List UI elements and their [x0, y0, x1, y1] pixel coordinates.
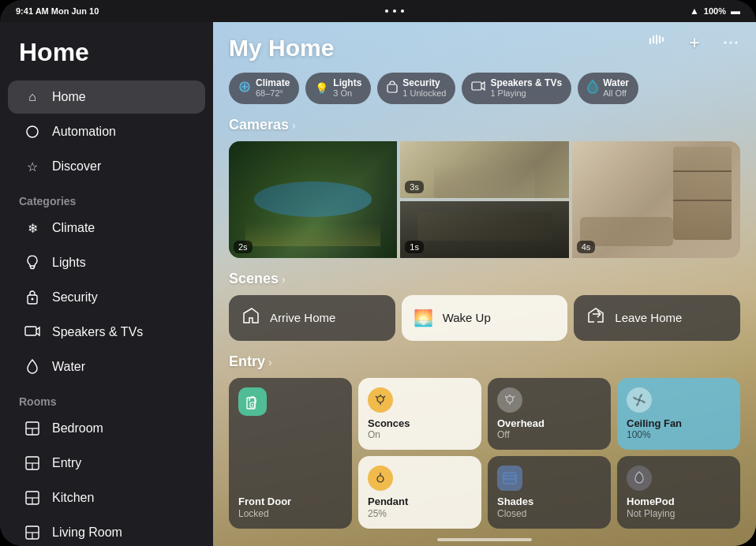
camera-feed-2[interactable]: 3s	[400, 141, 568, 198]
main-content: + My Home	[213, 22, 756, 546]
sidebar-item-lights[interactable]: Lights	[8, 246, 205, 279]
kitchen-icon	[24, 489, 41, 507]
lights-chip-icon: 💡	[315, 82, 328, 95]
camera-feed-4[interactable]: 4s	[572, 141, 740, 258]
chip-water[interactable]: Water All Off	[578, 73, 638, 104]
climate-chip-text: Climate 68–72°	[256, 77, 290, 99]
chip-lights[interactable]: 💡 Lights 3 On	[305, 73, 371, 104]
sidebar-item-entry[interactable]: Entry	[8, 447, 205, 480]
status-chips: Climate 68–72° 💡 Lights 3 On	[229, 73, 740, 104]
arrive-home-label: Arrive Home	[270, 311, 335, 324]
cam1-timer: 2s	[234, 241, 253, 253]
entry-grid: Front Door Locked Scon	[229, 378, 740, 529]
device-ceiling-fan[interactable]: Ceiling Fan 100%	[617, 378, 740, 451]
sidebar-item-discover-label: Discover	[52, 159, 101, 174]
automation-icon	[24, 123, 41, 140]
ceiling-fan-text: Ceiling Fan 100%	[627, 417, 731, 441]
overhead-name: Overhead	[497, 417, 601, 430]
sidebar-item-water-label: Water	[52, 360, 85, 374]
sidebar-item-living-room-label: Living Room	[52, 525, 122, 540]
sidebar-item-automation[interactable]: Automation	[8, 115, 205, 148]
svg-point-23	[735, 42, 738, 44]
svg-point-22	[730, 42, 732, 44]
sidebar-item-speakers-tvs[interactable]: Speakers & TVs	[8, 316, 205, 349]
scene-arrive-home[interactable]: Arrive Home	[229, 295, 395, 341]
cameras-grid: 2s 3s 1s	[229, 141, 740, 258]
sidebar-item-climate[interactable]: ❄ Climate	[8, 211, 205, 245]
shades-status: Closed	[497, 508, 601, 519]
water-chip-icon	[587, 80, 598, 96]
device-overhead[interactable]: Overhead Off	[488, 378, 611, 451]
device-sconces[interactable]: Sconces On	[358, 378, 481, 451]
ceiling-fan-icon	[627, 387, 652, 413]
front-door-icon	[238, 387, 267, 416]
chip-security[interactable]: Security 1 Unlocked	[377, 73, 455, 104]
security-chip-name: Security	[402, 77, 446, 88]
device-front-door[interactable]: Front Door Locked	[229, 378, 352, 529]
overhead-text: Overhead Off	[497, 417, 601, 441]
home-icon: ⌂	[24, 88, 41, 106]
security-chip-icon	[387, 80, 398, 95]
sidebar-item-security-label: Security	[52, 290, 98, 305]
rooms-header: Rooms	[0, 384, 213, 411]
homepod-icon	[627, 466, 652, 491]
bedroom-icon	[24, 420, 41, 437]
dot2	[393, 9, 396, 13]
device-homepod[interactable]: HomePod Not Playing	[617, 456, 740, 529]
scenes-section-header[interactable]: Scenes ›	[229, 271, 740, 287]
chip-speakers[interactable]: Speakers & TVs 1 Playing	[462, 73, 571, 104]
device-pendant[interactable]: Pendant 25%	[358, 456, 481, 529]
speakers-chip-value: 1 Playing	[490, 88, 562, 99]
sidebar-item-water[interactable]: Water	[8, 350, 205, 383]
svg-rect-18	[659, 36, 661, 43]
svg-rect-19	[662, 37, 664, 42]
cameras-section-header[interactable]: Cameras ›	[229, 117, 740, 133]
sidebar-item-bedroom[interactable]: Bedroom	[8, 412, 205, 445]
sidebar-item-kitchen[interactable]: Kitchen	[8, 481, 205, 514]
main-inner: My Home Climate 68–72°	[213, 22, 756, 546]
speakers-chip-text: Speakers & TVs 1 Playing	[490, 77, 562, 99]
climate-chip-value: 68–72°	[256, 88, 290, 99]
climate-chip-icon	[238, 80, 251, 95]
chip-climate[interactable]: Climate 68–72°	[229, 73, 299, 104]
shades-name: Shades	[497, 496, 601, 508]
svg-rect-25	[472, 82, 481, 90]
camera-feed-3[interactable]: 1s	[400, 201, 568, 258]
scene-wake-up[interactable]: 🌅 Wake Up	[402, 295, 568, 341]
svg-point-2	[32, 298, 34, 301]
svg-point-21	[724, 42, 727, 44]
pendant-icon	[368, 466, 393, 491]
svg-point-32	[377, 476, 384, 482]
scene-leave-home[interactable]: Leave Home	[574, 295, 740, 341]
cam4-overlay	[572, 141, 740, 258]
water-chip-value: All Off	[603, 88, 629, 99]
wake-up-icon: 🌅	[413, 309, 435, 327]
wifi-icon: ▲	[690, 6, 699, 17]
voice-button[interactable]	[646, 30, 671, 55]
sidebar-item-living-room[interactable]: Living Room	[8, 516, 205, 546]
sidebar-item-kitchen-label: Kitchen	[52, 491, 94, 505]
add-button[interactable]: +	[682, 30, 707, 55]
climate-chip-name: Climate	[256, 77, 290, 88]
water-icon	[24, 358, 41, 376]
pendant-status: 25%	[368, 508, 472, 519]
wake-up-label: Wake Up	[443, 311, 491, 324]
arrive-home-icon	[240, 306, 262, 330]
ceiling-fan-name: Ceiling Fan	[627, 417, 731, 430]
sidebar-item-discover[interactable]: ☆ Discover	[8, 150, 205, 183]
sconces-status: On	[368, 429, 472, 440]
sidebar-item-home[interactable]: ⌂ Home	[8, 80, 205, 114]
entry-section-header[interactable]: Entry ›	[229, 353, 740, 370]
sidebar-item-security[interactable]: Security	[8, 281, 205, 314]
status-bar-right: ▲ 100% ▬	[690, 6, 740, 17]
more-button[interactable]	[718, 30, 743, 55]
overhead-status: Off	[497, 429, 601, 440]
camera-feed-1[interactable]: 2s	[229, 141, 397, 258]
pendant-text: Pendant 25%	[368, 496, 472, 519]
homepod-text: HomePod Not Playing	[627, 496, 731, 519]
speakers-tvs-icon	[24, 323, 41, 341]
scenes-grid: Arrive Home 🌅 Wake Up Leave H	[229, 295, 740, 341]
discover-icon: ☆	[24, 158, 41, 175]
device-shades[interactable]: Shades Closed	[488, 456, 611, 529]
dot3	[401, 9, 404, 13]
